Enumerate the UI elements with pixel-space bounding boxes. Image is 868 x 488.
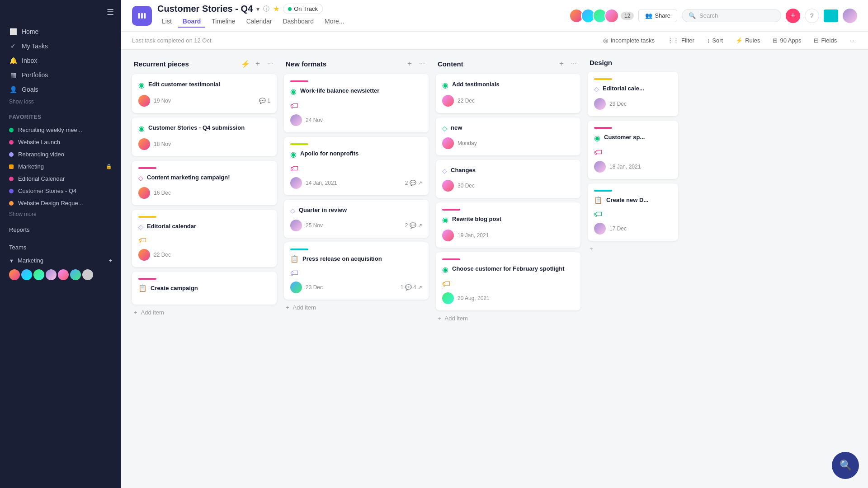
add-item-button[interactable]: + (786, 9, 800, 23)
lightning-icon[interactable]: ⚡ (241, 60, 250, 68)
tab-timeline[interactable]: Timeline (207, 16, 240, 28)
color-bar (594, 127, 612, 129)
card-rewrite-blog-post[interactable]: ◉ Rewrite blog post 19 Jan, 2021 (436, 202, 580, 248)
tab-board[interactable]: Board (178, 16, 205, 28)
card-choose-customer[interactable]: ◉ Choose customer for February spotlight… (436, 252, 580, 310)
sidebar-item-recruiting[interactable]: Recruiting weekly mee... (0, 124, 121, 136)
sidebar-nav-goals[interactable]: 👤 Goals (0, 82, 121, 97)
sidebar-nav-goals-label: Goals (22, 86, 38, 93)
info-icon[interactable]: ⓘ (263, 5, 269, 13)
add-card-content[interactable]: + Add item (436, 310, 580, 326)
card-date: 19 Nov (154, 98, 255, 104)
card-date: 29 Dec (609, 101, 672, 107)
card-title-row: ◉ Edit customer testimonial (138, 80, 270, 89)
sidebar-item-customer-stories[interactable]: Customer Stories - Q4 (0, 185, 121, 197)
card-new-monday[interactable]: ◇ new Monday (436, 117, 580, 155)
column-add-content[interactable]: + (557, 59, 565, 69)
sort-button[interactable]: ↕ Sort (704, 35, 726, 46)
card-date: 30 Dec (458, 183, 574, 189)
column-recurrent-pieces: Recurrent pieces ⚡ + ··· ◉ Edit customer… (132, 59, 277, 479)
color-bar (138, 216, 156, 218)
add-card-recurrent[interactable]: + Add item (132, 305, 277, 320)
column-add-new-formats[interactable]: + (406, 59, 413, 69)
tab-more[interactable]: More... (320, 16, 349, 28)
team-avatar (33, 269, 44, 280)
user-avatar[interactable] (843, 9, 857, 23)
reports-section[interactable]: Reports (0, 219, 121, 237)
last-task-text: Last task completed on 12 Oct (132, 37, 212, 44)
card-editorial-cal-design[interactable]: ◇ Editorial cale... 29 Dec (588, 72, 678, 116)
sidebar-item-marketing-team[interactable]: ▼ Marketing + (0, 254, 121, 267)
column-menu-recurrent[interactable]: ··· (265, 59, 275, 69)
apps-button[interactable]: ⊞ 90 Apps (770, 35, 804, 46)
fields-icon: ⊟ (814, 37, 819, 44)
more-options-button[interactable]: ··· (847, 35, 857, 46)
card-quarter-in-review[interactable]: ◇ Quarter in review 25 Nov 2 💬 ↗ (284, 200, 429, 238)
card-add-testimonials[interactable]: ◉ Add testimonials 22 Dec (436, 74, 580, 113)
add-card-new-formats[interactable]: + Add item (284, 300, 429, 315)
card-title-row: ◇ Quarter in review (290, 206, 422, 214)
rules-button[interactable]: ⚡ Rules (733, 35, 763, 46)
card-changes[interactable]: ◇ Changes 30 Dec (436, 160, 580, 198)
card-avatar (442, 230, 454, 241)
card-content-marketing-campaign[interactable]: ◇ Content marketing campaign! 16 Dec (132, 161, 277, 205)
column-design: Design ◇ Editorial cale... 29 Dec (588, 59, 678, 479)
sidebar-nav-my-tasks[interactable]: ✓ My Tasks (0, 39, 121, 53)
sidebar-nav-portfolios[interactable]: ▦ Portfolios (0, 68, 121, 82)
sidebar-item-website-launch[interactable]: Website Launch (0, 136, 121, 148)
incomplete-tasks-button[interactable]: ◎ Incomplete tasks (600, 35, 657, 46)
add-card-design[interactable]: + (588, 241, 678, 257)
card-edit-customer-testimonial[interactable]: ◉ Edit customer testimonial 19 Nov 💬 1 (132, 74, 277, 113)
sidebar-toggle-icon[interactable]: ☰ (107, 7, 114, 17)
card-title-row: ◇ Changes (442, 166, 574, 174)
card-title-row: ◉ Choose customer for February spotlight (442, 265, 574, 274)
card-date: 24 Nov (306, 117, 422, 123)
column-menu-content[interactable]: ··· (569, 59, 579, 69)
task-icon: 📋 (594, 196, 603, 204)
status-badge[interactable]: On Track (283, 4, 323, 14)
star-icon[interactable]: ★ (273, 5, 279, 13)
view-toggle[interactable] (824, 9, 838, 22)
card-create-new-dec[interactable]: 📋 Create new D... 🏷 17 Dec (588, 183, 678, 241)
marketing-bar (9, 164, 14, 169)
column-title-content: Content (438, 60, 554, 68)
sidebar-item-website-design[interactable]: Website Design Reque... (0, 197, 121, 209)
card-meta: 1 💬 4 ↗ (401, 284, 422, 291)
add-team-icon[interactable]: + (108, 257, 112, 264)
card-work-life-balance[interactable]: ◉ Work-life balance newsletter 🏷 24 Nov (284, 74, 429, 132)
filter-button[interactable]: ⋮⋮ Filter (665, 35, 697, 46)
sidebar-item-rebranding[interactable]: Rebranding video (0, 148, 121, 160)
avatar-count: 12 (621, 12, 634, 20)
sidebar-nav-inbox[interactable]: 🔔 Inbox (0, 53, 121, 68)
bottom-right-logo[interactable]: 🔍 (832, 452, 859, 479)
tab-dashboard[interactable]: Dashboard (278, 16, 318, 28)
team-avatars (0, 267, 121, 283)
sidebar-item-marketing[interactable]: Marketing 🔒 (0, 160, 121, 173)
title-chevron-icon[interactable]: ▾ (256, 5, 259, 13)
help-button[interactable]: ? (805, 9, 819, 23)
show-less-button[interactable]: Show loss (0, 97, 121, 107)
cards-new-formats: ◉ Work-life balance newsletter 🏷 24 Nov (284, 74, 429, 300)
card-editorial-calendar[interactable]: ◇ Editorial calendar 🏷 22 Dec (132, 210, 277, 267)
card-create-campaign[interactable]: 📋 Create campaign (132, 272, 277, 304)
card-customer-stories-q4-submission[interactable]: ◉ Customer Stories - Q4 submission 18 No… (132, 117, 277, 156)
website-design-dot (9, 201, 14, 206)
search-bar[interactable]: 🔍 Search (682, 9, 781, 22)
tab-calendar[interactable]: Calendar (242, 16, 277, 28)
card-press-release[interactable]: 📋 Press release on acquisition 🏷 23 Dec … (284, 242, 429, 300)
share-button[interactable]: 👥 Share (638, 9, 677, 22)
column-add-recurrent[interactable]: + (254, 59, 261, 69)
diamond-icon: ◇ (594, 85, 599, 93)
tab-list[interactable]: List (157, 16, 176, 28)
card-apollo-nonprofits[interactable]: ◉ Apollo for nonprofits 🏷 14 Jan, 2021 2… (284, 137, 429, 195)
add-card-label: Add item (141, 309, 164, 316)
show-more-button[interactable]: Show more (0, 209, 121, 219)
check-done-icon: ◉ (594, 134, 600, 142)
column-menu-new-formats[interactable]: ··· (417, 59, 427, 69)
sidebar-item-editorial[interactable]: Editorial Calendar (0, 173, 121, 185)
card-customer-spotlight-design[interactable]: ◉ Customer sp... 🏷 18 Jan, 2021 (588, 121, 678, 179)
portfolios-icon: ▦ (9, 71, 17, 79)
sidebar-item-website-design-label: Website Design Reque... (18, 200, 83, 206)
sidebar-nav-home[interactable]: ⬜ Home (0, 24, 121, 39)
fields-button[interactable]: ⊟ Fields (811, 35, 840, 46)
